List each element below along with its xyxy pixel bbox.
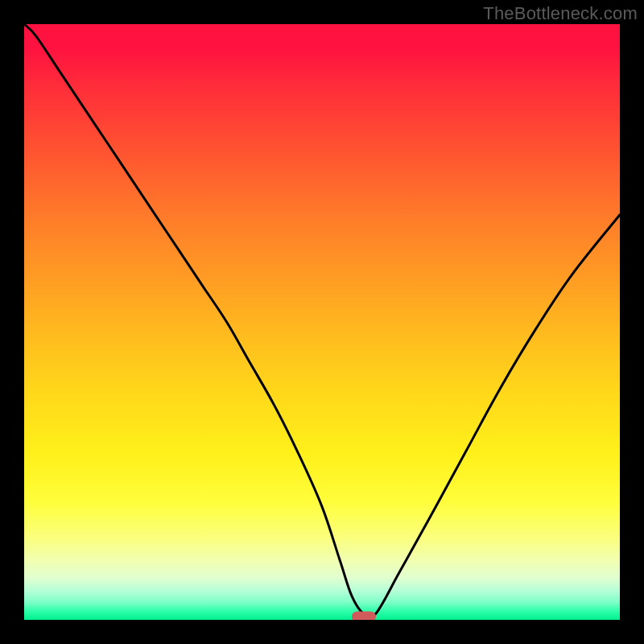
watermark-text: TheBottleneck.com bbox=[483, 3, 638, 24]
optimal-point-marker bbox=[352, 612, 376, 620]
chart-frame: TheBottleneck.com bbox=[0, 0, 644, 644]
bottleneck-curve bbox=[24, 24, 620, 618]
plot-area bbox=[24, 24, 620, 620]
curve-layer bbox=[24, 24, 620, 620]
